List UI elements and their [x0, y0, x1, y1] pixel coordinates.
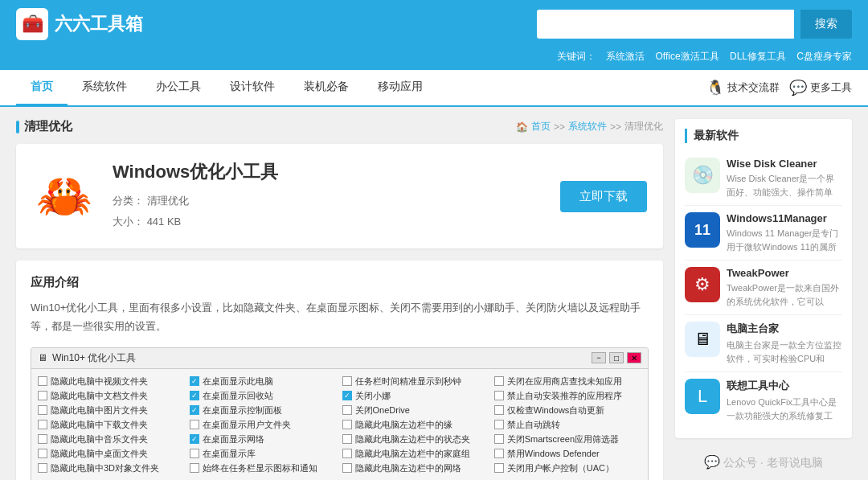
keyword-3[interactable]: DLL修复工具 — [730, 51, 786, 62]
checkbox-box[interactable] — [494, 434, 504, 444]
checkbox-item[interactable]: 隐藏此电脑左边栏中的状态夹 — [342, 433, 489, 445]
sidebar-app-icon: 💿 — [685, 158, 720, 193]
nav-essential[interactable]: 装机必备 — [289, 70, 363, 105]
watermark: 💬 公众号 · 老哥说电脑 — [675, 448, 852, 477]
nav-office[interactable]: 办公工具 — [141, 70, 215, 105]
checkbox-item[interactable]: 隐藏此电脑中音乐文件夹 — [38, 433, 185, 445]
wechat-icon: 💬 — [789, 79, 807, 96]
checkbox-box[interactable] — [342, 449, 352, 458]
checkbox-item[interactable]: ✓关闭小娜 — [342, 390, 489, 402]
search-button[interactable]: 搜索 — [800, 10, 852, 39]
checkbox-box[interactable] — [38, 463, 47, 473]
app-category: 分类： 清理优化 — [113, 191, 544, 211]
checkbox-box[interactable]: ✓ — [342, 391, 352, 400]
checkbox-box[interactable] — [190, 449, 199, 458]
checkbox-item[interactable]: 关闭在应用商店查找未知应用 — [494, 375, 641, 388]
checkbox-box[interactable] — [494, 405, 504, 415]
checkbox-box[interactable] — [38, 434, 47, 444]
checkbox-box[interactable]: ✓ — [190, 391, 199, 400]
checkbox-item[interactable]: 关闭用户帐户控制（UAC） — [494, 462, 641, 474]
checkbox-box[interactable] — [38, 391, 47, 400]
nav-system[interactable]: 系统软件 — [68, 70, 141, 105]
checkbox-label: 在桌面显示回收站 — [203, 390, 273, 402]
checkbox-box[interactable] — [190, 420, 199, 429]
checkbox-item[interactable]: 隐藏此电脑中下载文件夹 — [38, 419, 185, 431]
checkbox-item[interactable]: 任务栏时间精准显示到秒钟 — [342, 375, 489, 388]
more-tools[interactable]: 💬 更多工具 — [789, 79, 852, 96]
breadcrumb-system[interactable]: 系统软件 — [568, 120, 607, 133]
checkbox-box[interactable] — [342, 405, 352, 415]
checkbox-box[interactable] — [494, 376, 504, 386]
keywords-bar: 关键词： 系统激活 Office激活工具 DLL修复工具 C盘瘦身专家 — [0, 48, 868, 70]
close-button[interactable]: ✕ — [627, 352, 641, 363]
sidebar-app-item[interactable]: 🖥电脑主台家电脑主台家是一款全方位监控软件，可实时检验CPU和 — [685, 315, 842, 372]
checkbox-box[interactable] — [190, 463, 199, 473]
checkbox-item[interactable]: 仅检查Windows自动更新 — [494, 404, 641, 416]
logo-area: 🧰 六六工具箱 — [16, 8, 143, 40]
checkbox-label: 隐藏此电脑中3D对象文件夹 — [51, 462, 159, 474]
checkbox-item[interactable]: ✓在桌面显示控制面板 — [190, 404, 337, 416]
checkbox-item[interactable]: 在桌面显示用户文件夹 — [190, 419, 337, 431]
checkbox-box[interactable] — [342, 420, 352, 429]
checkbox-item[interactable]: 始终在任务栏显示图标和通知 — [190, 462, 337, 474]
checkbox-item[interactable]: 关闭Smartscreen应用筛选器 — [494, 433, 641, 445]
checkbox-box[interactable]: ✓ — [190, 376, 199, 386]
breadcrumb-current: 清理优化 — [624, 120, 663, 133]
checkbox-item[interactable]: 禁用Windows Defender — [494, 448, 641, 460]
download-button[interactable]: 立即下载 — [560, 181, 647, 212]
size-label: 大小： — [113, 215, 144, 228]
checkbox-box[interactable] — [494, 449, 504, 458]
keyword-4[interactable]: C盘瘦身专家 — [796, 51, 852, 62]
checkbox-item[interactable]: 关闭OneDrive — [342, 404, 489, 416]
maximize-button[interactable]: □ — [609, 352, 624, 363]
checkbox-box[interactable] — [38, 405, 47, 415]
checkbox-box[interactable] — [38, 420, 47, 429]
checkbox-item[interactable]: ✓在桌面显示此电脑 — [190, 375, 337, 388]
checkbox-item[interactable]: 禁止自动安装推荐的应用程序 — [494, 390, 641, 402]
checkbox-box[interactable] — [342, 434, 352, 444]
checkbox-item[interactable]: ✓在桌面显示回收站 — [190, 390, 337, 402]
breadcrumb-home[interactable]: 首页 — [531, 120, 551, 133]
sidebar-app-name: TweakPower — [727, 267, 842, 279]
checkbox-box[interactable] — [38, 449, 47, 458]
keyword-2[interactable]: Office激活工具 — [656, 51, 719, 62]
sidebar-app-item[interactable]: 11Windows11ManagerWindows 11 Manager是专门用… — [685, 206, 842, 261]
minimize-button[interactable]: － — [592, 352, 606, 363]
checkbox-box[interactable]: ✓ — [190, 434, 199, 444]
sidebar-app-item[interactable]: L联想工具中心Lenovo QuickFix工具中心是一款功能强大的系统修复工 — [685, 372, 842, 429]
checkbox-item[interactable]: 隐藏此电脑左边栏中的缘 — [342, 419, 489, 431]
checkbox-label: 隐藏此电脑中音乐文件夹 — [51, 433, 148, 445]
checkbox-item[interactable]: 隐藏此电脑左边栏中的家庭组 — [342, 448, 489, 460]
checkbox-item[interactable]: 禁止自动跳转 — [494, 419, 641, 431]
nav-design[interactable]: 设计软件 — [215, 70, 289, 105]
checkbox-label: 隐藏此电脑左边栏中的缘 — [355, 419, 452, 431]
checkbox-box[interactable] — [342, 376, 352, 386]
checkbox-box[interactable] — [494, 391, 504, 400]
checkbox-item[interactable]: 隐藏此电脑中3D对象文件夹 — [38, 462, 185, 474]
header: 🧰 六六工具箱 搜索 — [0, 0, 868, 48]
keyword-1[interactable]: 系统激活 — [606, 51, 645, 62]
checkbox-label: 关闭用户帐户控制（UAC） — [507, 462, 614, 474]
checkbox-item[interactable]: 隐藏此电脑中图片文件夹 — [38, 404, 185, 416]
checkbox-box[interactable] — [342, 463, 352, 473]
nav-mobile[interactable]: 移动应用 — [363, 70, 437, 105]
checkbox-box[interactable] — [38, 376, 47, 386]
sidebar-app-desc: Windows 11 Manager是专门用于微软Windows 11的属所 — [727, 227, 842, 253]
checkbox-item[interactable]: 隐藏此电脑左边栏中的网络 — [342, 462, 489, 474]
checkbox-box[interactable] — [494, 420, 504, 429]
checkbox-item[interactable]: 隐藏此电脑中视频文件夹 — [38, 375, 185, 388]
checkbox-item[interactable]: 隐藏此电脑中文档文件夹 — [38, 390, 185, 402]
sidebar-app-item[interactable]: ⚙TweakPowerTweakPower是一款来自国外的系统优化软件，它可以 — [685, 261, 842, 315]
checkbox-item[interactable]: ✓在桌面显示网络 — [190, 433, 337, 445]
window-titlebar: 🖥 Win10+ 优化小工具 － □ ✕ — [31, 348, 648, 369]
sidebar-app-icon: 🖥 — [685, 322, 720, 357]
nav-home[interactable]: 首页 — [16, 70, 68, 105]
sidebar-app-item[interactable]: 💿Wise Disk CleanerWise Disk Cleaner是一个界面… — [685, 151, 842, 206]
checkbox-box[interactable] — [494, 463, 504, 473]
checkbox-item[interactable]: 隐藏此电脑中桌面文件夹 — [38, 448, 185, 460]
checkbox-item[interactable]: 在桌面显示库 — [190, 448, 337, 460]
search-input[interactable] — [537, 10, 794, 39]
keywords-label: 关键词： — [557, 51, 596, 62]
checkbox-box[interactable]: ✓ — [190, 405, 199, 415]
qq-group[interactable]: 🐧 技术交流群 — [706, 79, 780, 96]
